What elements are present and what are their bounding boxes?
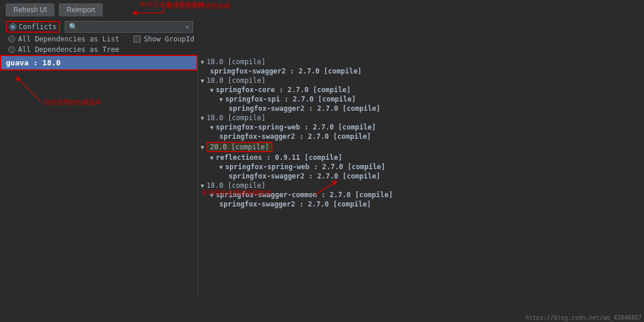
node-text: springfox-swagger2 : 2.7.0 [compile] [210, 67, 362, 75]
tree-item-7: ▼ springfox-spring-web : 2.7.0 [compile] [198, 123, 644, 132]
conflicts-radio-circle [9, 23, 16, 30]
node-text: 18.0 [compile] [206, 114, 265, 122]
tree-row[interactable]: ▼ springfox-spring-web : 2.7.0 [compile] [198, 162, 644, 172]
node-text: springfox-swagger2 : 2.7.0 [compile] [219, 132, 371, 141]
conflicts-radio[interactable]: Conflicts [6, 21, 60, 33]
conflicts-label: Conflicts [19, 23, 57, 31]
node-text-highlight: 20.0 [compile] [206, 142, 272, 152]
tree-row[interactable]: ▼ 18.0 [compile] [198, 113, 644, 123]
toolbar: Refresh UI Reimport 表示正在有冲突的依赖 [0, 0, 644, 20]
triangle-icon: ▼ [210, 124, 214, 131]
tree-item-5: springfox-swagger2 : 2.7.0 [compile] [198, 104, 644, 113]
tree-row[interactable]: ▼ springfox-spring-web : 2.7.0 [compile] [198, 123, 644, 132]
triangle-icon: ▼ [201, 144, 204, 150]
tree-item-12: springfox-swagger2 : 2.7.0 [compile] [198, 172, 644, 181]
show-groupid-label: Show GroupId [144, 35, 194, 43]
all-deps-list-radio[interactable]: All Dependencies as List Show GroupId [8, 35, 636, 43]
show-groupid-checkbox[interactable] [134, 36, 141, 43]
node-text: springfox-swagger2 : 2.7.0 [compile] [219, 200, 371, 208]
reimport-button[interactable]: Reimport [59, 4, 103, 16]
triangle-icon: ▼ [201, 115, 204, 121]
left-annotation-svg: 目前使用的依赖版本 [12, 66, 192, 183]
filter-row-2: All Dependencies as List Show GroupId [0, 34, 644, 44]
all-deps-list-label: All Dependencies as List [18, 35, 119, 43]
node-text: springfox-swagger2 : 2.7.0 [compile] [229, 104, 380, 113]
search-input[interactable] [80, 23, 183, 31]
triangle-icon: ▼ [219, 96, 223, 103]
tree-row[interactable]: springfox-swagger2 : 2.7.0 [compile] [198, 132, 644, 141]
all-deps-list-radio-circle [8, 36, 15, 43]
tree-item-11: ▼ springfox-spring-web : 2.7.0 [compile] [198, 162, 644, 172]
tree-item-15: springfox-swagger2 : 2.7.0 [compile] [198, 200, 644, 209]
triangle-icon: ▼ [210, 155, 214, 161]
tree-item-14: ▼ springfox-swagger-common : 2.7.0 [comp… [198, 190, 644, 200]
triangle-icon: ▼ [219, 164, 223, 170]
tree-row[interactable]: springfox-swagger2 : 2.7.0 [compile] [198, 172, 644, 181]
svg-text:目前使用的依赖版本: 目前使用的依赖版本 [44, 99, 102, 106]
tree-item-13: ▼ 18.0 [compile] [198, 181, 644, 190]
tree-row[interactable]: ▼ 18.0 [compile] [198, 57, 644, 66]
tree-row[interactable]: ▼ reflections : 0.9.11 [compile] [198, 153, 644, 162]
tree-item-2: ▼ 18.0 [compile] [198, 76, 644, 85]
tree-row[interactable]: ▼ 18.0 [compile] [198, 181, 644, 190]
triangle-icon: ▼ [201, 59, 204, 65]
left-panel: guava : 18.0 目前使用的依赖版本 [0, 55, 198, 300]
svg-line-3 [18, 78, 41, 102]
tree-item-4: ▼ springfox-spi : 2.7.0 [compile] [198, 94, 644, 104]
watermark: https://blog.csdn.net/qq_42846807 [526, 314, 642, 321]
node-text: springfox-spring-web : 2.7.0 [compile] [225, 163, 386, 171]
dropdown-icon[interactable]: ▼ [186, 24, 189, 30]
guava-item[interactable]: guava : 18.0 [0, 55, 198, 71]
tree-item-8: springfox-swagger2 : 2.7.0 [compile] [198, 132, 644, 141]
tree-item-1: springfox-swagger2 : 2.7.0 [compile] [198, 66, 644, 76]
annotation-conflicts: 表示正在有冲突的依赖 [140, 0, 204, 9]
node-text: springfox-spi : 2.7.0 [compile] [225, 95, 356, 103]
search-icon: 🔍 [69, 23, 78, 31]
tree-row[interactable]: ▼ springfox-swagger-common : 2.7.0 [comp… [198, 190, 644, 200]
all-deps-tree-radio-circle [8, 46, 15, 53]
tree-item-9: ▼ 20.0 [compile] [198, 141, 644, 153]
tree-row[interactable]: springfox-swagger2 : 2.7.0 [compile] [198, 66, 644, 76]
tree-item-3: ▼ springfox-core : 2.7.0 [compile] [198, 85, 644, 94]
tree-row[interactable]: springfox-swagger2 : 2.7.0 [compile] [198, 200, 644, 209]
triangle-icon: ▼ [210, 87, 214, 93]
main-area: guava : 18.0 目前使用的依赖版本 ▼ 18.0 [compile] [0, 55, 644, 300]
tree-item-10: ▼ reflections : 0.9.11 [compile] [198, 153, 644, 162]
show-groupid-container: Show GroupId [134, 35, 194, 43]
node-text: 18.0 [compile] [206, 76, 265, 85]
triangle-icon: ▼ [210, 192, 214, 198]
tree-row[interactable]: ▼ 20.0 [compile] [198, 141, 644, 153]
refresh-ui-button[interactable]: Refresh UI [6, 4, 54, 16]
all-deps-tree-label: All Dependencies as Tree [18, 46, 119, 54]
tree-row[interactable]: ▼ 18.0 [compile] [198, 76, 644, 85]
tree-row[interactable]: springfox-swagger2 : 2.7.0 [compile] [198, 104, 644, 113]
all-deps-tree-radio[interactable]: All Dependencies as Tree [8, 46, 636, 54]
tree-row[interactable]: ▼ springfox-core : 2.7.0 [compile] [198, 85, 644, 94]
node-text: springfox-spring-web : 2.7.0 [compile] [216, 123, 376, 131]
node-text: reflections : 0.9.11 [compile] [216, 153, 342, 162]
selected-dep-item: guava : 18.0 [0, 55, 198, 71]
filter-row-1: Conflicts 🔍 ▼ [0, 20, 644, 34]
node-text: springfox-swagger2 : 2.7.0 [compile] [229, 172, 380, 180]
filter-row-3: All Dependencies as Tree [0, 44, 644, 55]
node-text: springfox-core : 2.7.0 [compile] [216, 86, 351, 94]
tree-row[interactable]: ▼ springfox-spi : 2.7.0 [compile] [198, 94, 644, 104]
node-text: 18.0 [compile] [206, 58, 265, 66]
right-panel: ▼ 18.0 [compile] springfox-swagger2 : 2.… [198, 55, 644, 300]
tree-item-6: ▼ 18.0 [compile] [198, 113, 644, 123]
node-text: 18.0 [compile] [206, 181, 265, 190]
search-container: 🔍 ▼ [65, 21, 193, 33]
triangle-icon: ▼ [201, 78, 204, 84]
node-text: springfox-swagger-common : 2.7.0 [compil… [216, 191, 393, 199]
triangle-icon: ▼ [201, 183, 204, 189]
tree-item-0: ▼ 18.0 [compile] [198, 57, 644, 66]
